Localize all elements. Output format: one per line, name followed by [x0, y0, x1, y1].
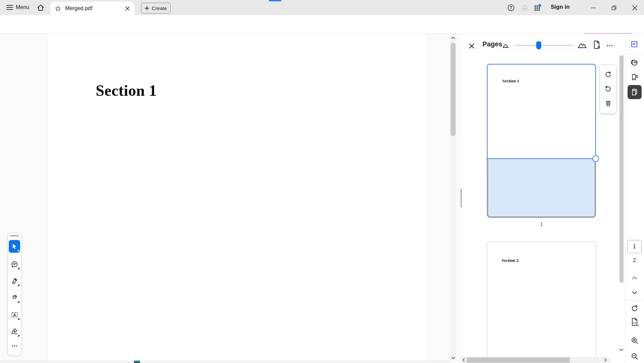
- ai-assistant-panel-button[interactable]: [627, 38, 642, 50]
- window-close-icon[interactable]: [630, 3, 640, 12]
- page-actions-card: [600, 65, 616, 114]
- create-label: Create: [152, 5, 167, 11]
- comments-panel-icon: [631, 58, 639, 67]
- rotate-ccw-icon[interactable]: [602, 83, 614, 95]
- help-icon[interactable]: ?: [507, 4, 515, 12]
- thumbnail-2-label: Section 2: [502, 258, 518, 263]
- comments-panel-button[interactable]: [627, 56, 642, 69]
- rotate-cw-icon[interactable]: [602, 69, 614, 80]
- page-thumbnail-2[interactable]: Section 2: [487, 241, 596, 363]
- draw-tool-button[interactable]: [8, 291, 21, 305]
- pages-panel-button[interactable]: [628, 85, 642, 99]
- trash-icon[interactable]: [602, 98, 614, 109]
- main-toolbar: All tools Edit Convert E-Sign Find text …: [0, 15, 644, 34]
- more-tools-button[interactable]: [8, 341, 21, 351]
- panel-close-icon[interactable]: [467, 42, 476, 50]
- title-bar: Menu Merged.pdf Create ? Sign in: [0, 0, 644, 15]
- zoom-in-button[interactable]: [627, 334, 642, 347]
- star-icon[interactable]: [54, 5, 61, 12]
- tab-title: Merged.pdf: [65, 5, 92, 11]
- bookmarks-panel-button[interactable]: [627, 71, 642, 83]
- select-tool-button[interactable]: [9, 240, 20, 253]
- main-vertical-scrollbar-thumb[interactable]: [451, 43, 456, 136]
- insert-page-icon[interactable]: [592, 40, 602, 50]
- refresh-button[interactable]: [627, 302, 642, 315]
- quick-tools-bar: A: [7, 233, 21, 356]
- sign-tool-button[interactable]: [8, 325, 21, 338]
- svg-text:?: ?: [510, 5, 512, 10]
- chevron-left-icon[interactable]: [461, 357, 467, 363]
- main-horizontal-scrollbar[interactable]: [0, 360, 450, 363]
- actual-size-button[interactable]: 1:1: [627, 316, 642, 328]
- document-viewport: [0, 34, 462, 363]
- zoom-in-icon: [631, 336, 639, 345]
- document-heading: Section 1: [96, 82, 157, 99]
- more-icon: [11, 345, 17, 347]
- rail-divider: [627, 300, 642, 300]
- home-icon[interactable]: [36, 3, 46, 12]
- hamburger-icon[interactable]: [5, 4, 14, 11]
- menu-label[interactable]: Menu: [16, 4, 29, 10]
- bookmarks-panel-icon: [631, 73, 639, 81]
- top-accent-bar: [269, 0, 281, 1]
- document-tab[interactable]: Merged.pdf: [50, 2, 134, 15]
- plus-icon: [145, 6, 149, 10]
- chevron-down-icon: [632, 291, 637, 294]
- highlight-tool-button[interactable]: [8, 274, 21, 288]
- bell-icon[interactable]: [520, 4, 528, 12]
- panel-horizontal-scrollbar-thumb[interactable]: [467, 357, 570, 363]
- panel-vertical-scrollbar-thumb[interactable]: [619, 55, 624, 282]
- apps-grid-icon[interactable]: [534, 4, 542, 12]
- zoom-out-button[interactable]: [627, 350, 642, 362]
- chevron-up-icon: [632, 276, 637, 280]
- drag-handle[interactable]: [10, 235, 19, 237]
- thumbnail-size-slider[interactable]: [515, 45, 573, 46]
- selection-handle[interactable]: [592, 155, 599, 162]
- restore-icon[interactable]: [609, 3, 619, 12]
- thumbnail-size-slider-thumb[interactable]: [536, 41, 541, 49]
- svg-text:A: A: [13, 313, 16, 317]
- sign-in-button[interactable]: Sign in: [551, 4, 570, 10]
- svg-text:1:1: 1:1: [633, 321, 636, 324]
- page-down-button[interactable]: [627, 288, 642, 297]
- page-thumbnail-1[interactable]: Section 1: [487, 64, 596, 159]
- thumbnail-1-number: 1: [487, 221, 596, 227]
- mountain-large-icon[interactable]: [577, 40, 587, 50]
- ai-assistant-icon: [630, 40, 639, 49]
- chevron-right-icon[interactable]: [602, 357, 608, 363]
- chevron-down-icon[interactable]: [450, 355, 456, 361]
- create-button[interactable]: Create: [141, 3, 171, 13]
- minimize-icon[interactable]: [588, 3, 598, 12]
- pages-panel-icon: [631, 88, 639, 96]
- comment-tool-button[interactable]: [8, 257, 21, 271]
- current-page-indicator[interactable]: 1: [627, 240, 642, 253]
- chevron-down-icon[interactable]: [618, 347, 625, 352]
- zoom-out-icon: [631, 352, 639, 360]
- taskbar-sliver: [134, 361, 140, 363]
- refresh-icon: [631, 305, 639, 313]
- actual-size-icon: 1:1: [630, 317, 639, 327]
- panel-more-icon[interactable]: [605, 42, 614, 49]
- hill-small-icon[interactable]: [502, 42, 510, 49]
- page-thumbnail-1-selection[interactable]: [487, 159, 596, 218]
- next-page-number: 2: [627, 257, 642, 264]
- page-up-button[interactable]: [627, 274, 642, 282]
- pages-panel-title: Pages: [482, 40, 502, 48]
- thumbnail-1-label: Section 1: [502, 78, 519, 84]
- tab-close-icon[interactable]: [124, 5, 130, 11]
- rail-divider: [627, 54, 642, 55]
- chevron-up-icon[interactable]: [450, 35, 456, 41]
- select-arrow-icon: [11, 243, 18, 250]
- add-text-tool-button[interactable]: A: [8, 308, 21, 321]
